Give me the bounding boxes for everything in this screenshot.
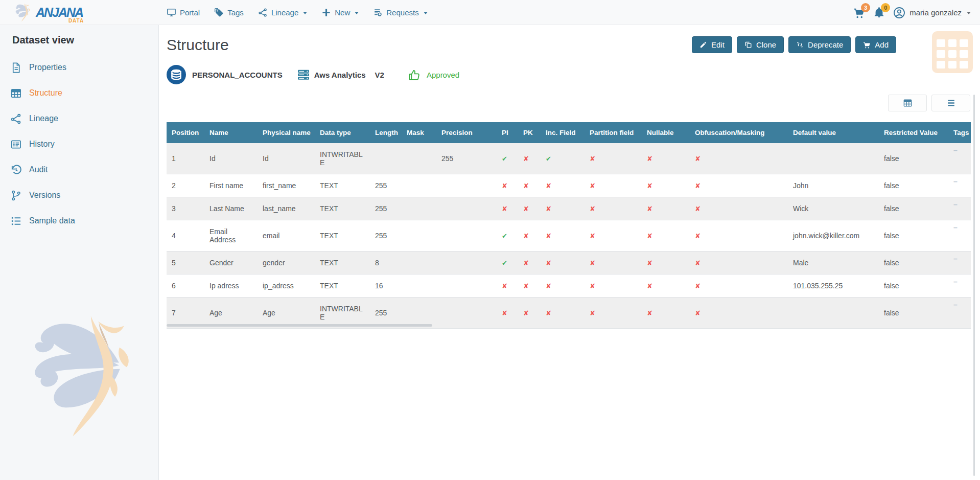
main-menu: Portal Tags Lineage New Requests (167, 0, 428, 25)
sidebar-item-sample-data[interactable]: Sample data (0, 208, 158, 234)
audit-icon (10, 164, 22, 176)
chevron-down-icon (303, 12, 307, 14)
cross-icon: ✘ (695, 182, 701, 190)
table-row[interactable]: 1IdIdINTWRITABLE255✔✘✔✘✘✘false– (167, 143, 971, 174)
cell-inc-field: ✘ (541, 298, 585, 329)
clone-icon (744, 41, 752, 49)
cross-icon: ✘ (590, 232, 595, 240)
cell-mask (402, 220, 436, 252)
cell-name: Last Name (204, 197, 258, 220)
button-label: Clone (756, 40, 776, 49)
nav-item-portal[interactable]: Portal (167, 8, 200, 17)
nav-item-lineage[interactable]: Lineage (258, 8, 307, 17)
user-menu[interactable]: maria gonzalez (893, 7, 971, 19)
cell-position: 6 (167, 275, 204, 298)
add-button[interactable]: Add (855, 36, 896, 53)
cell-mask (402, 174, 436, 197)
cell-nullable: ✘ (642, 298, 690, 329)
history-icon (10, 139, 22, 150)
cell-name: First name (204, 174, 258, 197)
top-navbar: ANJANA DATA Portal Tags Lineage New Requ… (0, 0, 980, 25)
cell-obfuscation-masking: ✘ (690, 197, 788, 220)
cell-pi: ✔ (497, 220, 518, 252)
list-view-button[interactable] (931, 95, 970, 111)
sidebar-item-audit[interactable]: Audit (0, 157, 158, 182)
cross-icon: ✘ (502, 182, 507, 190)
column-header-pi: PI (497, 122, 518, 143)
sidebar-title: Dataset view (12, 34, 74, 46)
table-watermark-icon (932, 31, 973, 73)
sidebar-item-history[interactable]: History (0, 131, 158, 157)
cell-default-value: 101.035.255.25 (788, 275, 879, 298)
cell-pk: ✘ (518, 197, 541, 220)
cross-icon: ✘ (502, 205, 507, 213)
thumbs-up-icon (408, 68, 421, 81)
cross-icon: ✘ (695, 205, 701, 213)
cell-precision (436, 220, 497, 252)
nav-item-tags[interactable]: Tags (214, 8, 244, 17)
table-row[interactable]: 3Last Namelast_nameTEXT255✘✘✘✘✘✘Wickfals… (167, 197, 971, 220)
cell-pi: ✔ (497, 252, 518, 275)
cell-pi: ✘ (497, 197, 518, 220)
check-icon: ✔ (502, 155, 507, 163)
edit-button[interactable]: Edit (692, 36, 732, 53)
file-icon (10, 62, 22, 74)
cell-data-type: INTWRITABLE (315, 143, 370, 174)
check-icon: ✔ (546, 155, 551, 163)
cell-inc-field: ✘ (541, 220, 585, 252)
cell-partition-field: ✘ (585, 197, 642, 220)
cell-physical-name: Id (258, 143, 315, 174)
nav-item-new[interactable]: New (321, 8, 359, 17)
nav-item-requests[interactable]: Requests (373, 8, 427, 17)
cell-mask (402, 252, 436, 275)
cell-mask (402, 197, 436, 220)
sidebar-item-label: Lineage (29, 114, 58, 123)
horizontal-scrollbar[interactable] (167, 324, 432, 327)
cell-nullable: ✘ (642, 252, 690, 275)
cell-position: 3 (167, 197, 204, 220)
sidebar-item-structure[interactable]: Structure (0, 80, 158, 106)
fairy-watermark (32, 304, 148, 446)
cell-pi: ✔ (497, 143, 518, 174)
cart-button[interactable]: 3 (853, 7, 865, 18)
cell-inc-field: ✔ (541, 143, 585, 174)
sidebar-item-properties[interactable]: Properties (0, 55, 158, 80)
cell-tags: – (948, 252, 971, 275)
sidebar-item-lineage[interactable]: Lineage (0, 106, 158, 131)
vertical-scrollbar[interactable] (973, 95, 975, 476)
table-view-button[interactable] (888, 95, 927, 111)
cell-data-type: TEXT (315, 252, 370, 275)
sidebar-item-versions[interactable]: Versions (0, 182, 158, 208)
plus-icon (321, 8, 331, 17)
requests-icon (373, 8, 383, 17)
cell-pk: ✘ (518, 143, 541, 174)
cell-nullable: ✘ (642, 275, 690, 298)
notifications-button[interactable]: 0 (873, 7, 885, 18)
cell-length: 255 (370, 220, 402, 252)
brand-logo[interactable]: ANJANA DATA (13, 2, 83, 22)
cell-partition-field: ✘ (585, 252, 642, 275)
cross-icon: ✘ (695, 282, 701, 290)
button-label: Deprecate (808, 40, 843, 49)
cell-position: 1 (167, 143, 204, 174)
column-header-mask: Mask (402, 122, 436, 143)
tags-icon (214, 8, 224, 17)
cross-icon: ✘ (647, 205, 652, 213)
list-view-icon (946, 98, 956, 108)
column-header-restricted-value: Restricted Value (879, 122, 948, 143)
clone-button[interactable]: Clone (737, 36, 784, 53)
view-toggles (888, 95, 970, 111)
cell-mask (402, 275, 436, 298)
chevron-down-icon (424, 12, 428, 14)
table-row[interactable]: 6Ip adressip_adressTEXT16✘✘✘✘✘✘101.035.2… (167, 275, 971, 298)
button-label: Add (875, 40, 889, 49)
cell-inc-field: ✘ (541, 197, 585, 220)
sidebar-item-label: Properties (29, 63, 66, 72)
deprecate-button[interactable]: Deprecate (788, 36, 851, 53)
cell-length: 255 (370, 197, 402, 220)
table-row[interactable]: 5GendergenderTEXT8✔✘✘✘✘✘Malefalse– (167, 252, 971, 275)
table-row[interactable]: 4Email AddressemailTEXT255✔✘✘✘✘✘john.wic… (167, 220, 971, 252)
cell-obfuscation-masking: ✘ (690, 174, 788, 197)
dataset-icon (167, 65, 186, 84)
table-row[interactable]: 2First namefirst_nameTEXT255✘✘✘✘✘✘Johnfa… (167, 174, 971, 197)
